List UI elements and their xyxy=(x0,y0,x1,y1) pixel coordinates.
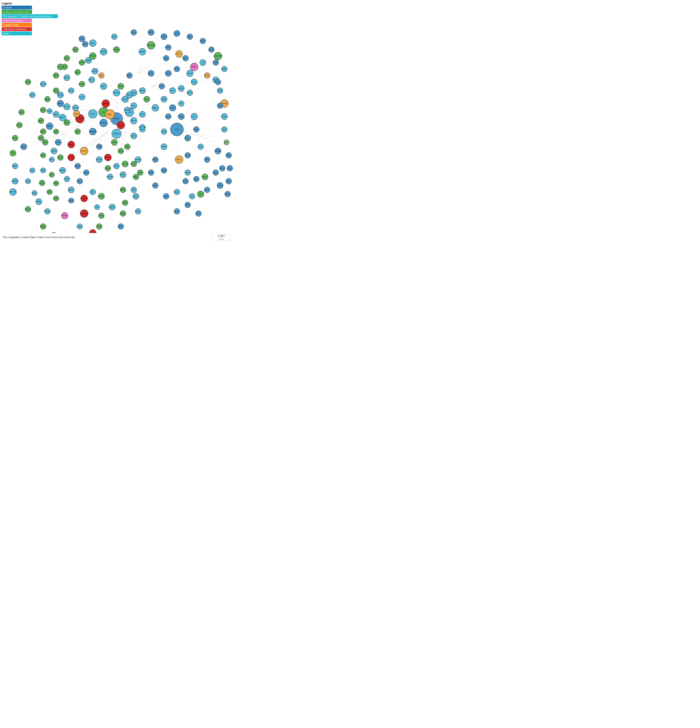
node-persia[interactable] xyxy=(97,224,102,229)
node-latina[interactable] xyxy=(191,79,197,85)
node-univer15[interactable] xyxy=(174,209,180,214)
node-wiktionary[interactable] xyxy=(100,83,107,90)
node-masc[interactable] xyxy=(100,119,107,127)
node-saldo[interactable] xyxy=(147,42,155,49)
node-univer5[interactable] xyxy=(200,38,205,44)
node-polymat[interactable] xyxy=(51,148,57,154)
node-pword[interactable] xyxy=(120,187,126,193)
node-interc[interactable] xyxy=(90,189,95,195)
node-dbpedia-o[interactable] xyxy=(105,110,115,119)
node-univer12[interactable] xyxy=(213,170,218,175)
node-geowordnet[interactable] xyxy=(139,48,146,55)
node-clld-p[interactable] xyxy=(68,154,75,161)
node-biblio[interactable] xyxy=(224,140,229,145)
node-univer18[interactable] xyxy=(153,157,158,162)
node-dante[interactable] xyxy=(135,209,141,214)
node-social[interactable] xyxy=(54,181,59,186)
node-latin[interactable] xyxy=(169,88,176,94)
node-wn-related[interactable] xyxy=(85,57,91,64)
node-univer-ct1[interactable] xyxy=(82,42,88,47)
node-univer-c5[interactable] xyxy=(159,84,165,89)
node-ingrio[interactable] xyxy=(75,129,81,134)
node-univer13[interactable] xyxy=(194,176,199,182)
node-neutat[interactable] xyxy=(187,90,193,95)
node-latin2[interactable] xyxy=(178,101,184,106)
node-gemis[interactable] xyxy=(26,179,30,184)
node-aperti6[interactable] xyxy=(38,118,44,124)
node-august[interactable] xyxy=(174,189,180,195)
node-openw[interactable] xyxy=(130,118,137,124)
node-univer-c6[interactable] xyxy=(165,45,171,50)
node-isocat[interactable] xyxy=(190,63,198,71)
node-metash[interactable] xyxy=(62,212,68,219)
node-mesco[interactable] xyxy=(161,96,167,102)
node-univer21[interactable] xyxy=(163,194,169,199)
node-univer-rc2[interactable] xyxy=(196,211,201,216)
node-associ2[interactable] xyxy=(32,191,37,196)
node-clld-e[interactable] xyxy=(81,195,88,202)
node-univer9[interactable] xyxy=(215,79,221,85)
node-premon[interactable] xyxy=(113,89,120,96)
node-univer3[interactable] xyxy=(174,30,180,36)
node-wordne-m[interactable] xyxy=(89,77,95,83)
node-linked1[interactable] xyxy=(79,94,85,100)
node-lll[interactable] xyxy=(191,113,197,120)
node-slovak[interactable] xyxy=(137,170,143,175)
node-corpus-r[interactable] xyxy=(217,182,223,189)
node-icewor[interactable] xyxy=(124,144,130,149)
node-parole[interactable] xyxy=(30,92,35,98)
node-global[interactable] xyxy=(25,79,31,85)
node-thesoz[interactable] xyxy=(68,187,74,193)
node-index[interactable] xyxy=(139,111,145,117)
node-iate[interactable] xyxy=(10,189,16,195)
node-attfiang[interactable] xyxy=(97,144,102,149)
node-clld-a[interactable] xyxy=(117,121,125,129)
node-univer-fr2[interactable] xyxy=(227,165,233,171)
node-englis[interactable] xyxy=(19,109,25,115)
node-aperti-m1[interactable] xyxy=(75,69,81,75)
node-itawo[interactable] xyxy=(133,174,139,180)
node-thist[interactable] xyxy=(64,176,70,182)
node-langu[interactable] xyxy=(64,120,70,126)
node-wordf[interactable] xyxy=(202,174,208,180)
node-aperti4[interactable] xyxy=(45,97,50,102)
node-linked2[interactable] xyxy=(40,168,46,173)
node-basque[interactable] xyxy=(40,224,46,229)
node-romeni[interactable] xyxy=(105,165,111,171)
node-lexinfo[interactable] xyxy=(88,110,97,118)
node-aperti9[interactable] xyxy=(40,153,46,158)
node-pdev[interactable] xyxy=(25,207,31,212)
node-reuters[interactable] xyxy=(55,139,61,145)
node-greek-b[interactable] xyxy=(114,163,119,169)
node-velez[interactable] xyxy=(198,144,204,149)
node-univer8[interactable] xyxy=(217,103,223,108)
node-univer1[interactable] xyxy=(148,29,154,35)
node-gemeenr[interactable] xyxy=(79,81,85,87)
node-brown[interactable] xyxy=(178,113,184,120)
node-korek[interactable] xyxy=(92,68,98,74)
node-automa[interactable] xyxy=(75,163,81,169)
node-freerster[interactable] xyxy=(72,105,78,111)
node-lucani[interactable] xyxy=(161,129,167,134)
node-xud[interactable] xyxy=(77,178,82,184)
node-eurose[interactable] xyxy=(64,75,70,81)
node-univer14[interactable] xyxy=(183,178,188,184)
node-univer16[interactable] xyxy=(185,202,191,208)
node-univer-rc1[interactable] xyxy=(204,187,210,193)
node-word[interactable] xyxy=(197,191,204,197)
node-degas[interactable] xyxy=(12,135,18,141)
node-cozyr[interactable] xyxy=(54,129,59,134)
node-tds[interactable] xyxy=(200,59,206,66)
node-univer11[interactable] xyxy=(204,157,210,162)
node-orbi[interactable] xyxy=(49,157,54,162)
node-dbped2[interactable] xyxy=(57,100,64,107)
node-phonet[interactable] xyxy=(176,51,182,57)
node-univer-c2[interactable] xyxy=(194,127,199,132)
node-aperti8[interactable] xyxy=(42,140,48,145)
node-lark[interactable] xyxy=(94,205,100,209)
node-sliga[interactable] xyxy=(131,161,137,167)
node-butre[interactable] xyxy=(118,224,124,229)
node-sentim[interactable] xyxy=(84,170,89,175)
node-udante[interactable] xyxy=(152,104,159,111)
node-greek-t[interactable] xyxy=(89,40,96,46)
